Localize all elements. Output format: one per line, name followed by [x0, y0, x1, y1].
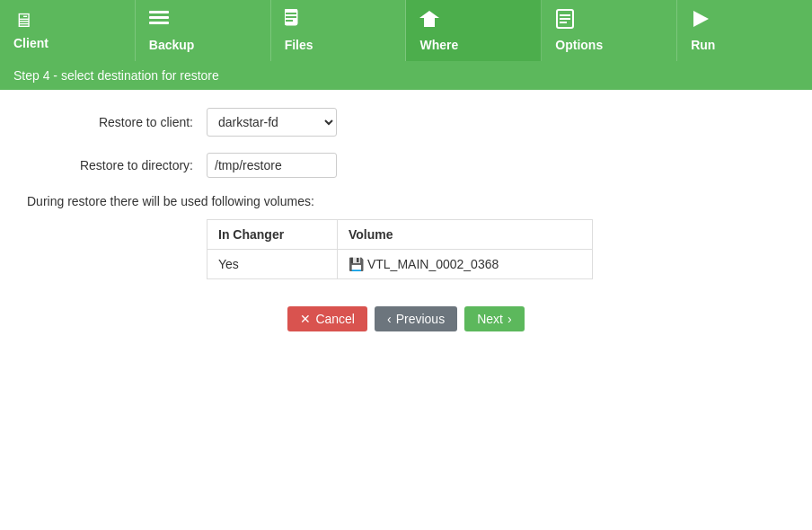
restore-client-label: Restore to client:	[27, 115, 207, 129]
restore-directory-input[interactable]	[207, 153, 337, 178]
svg-rect-6	[286, 20, 293, 22]
chevron-right-icon: ›	[508, 312, 512, 326]
volume-cell: 💾VTL_MAIN_0002_0368	[337, 250, 592, 279]
col-in-changer: In Changer	[207, 220, 338, 250]
tab-where[interactable]: Where	[406, 0, 542, 61]
volumes-table: In Changer Volume Yes 💾VTL_MAIN_0002_036…	[207, 219, 593, 279]
backup-icon	[149, 9, 169, 34]
next-button[interactable]: Next ›	[464, 306, 524, 331]
step-header: Step 4 - select destination for restore	[0, 61, 812, 90]
tab-client-label: Client	[13, 36, 49, 50]
volumes-section: During restore there will be used follow…	[27, 194, 785, 279]
tape-icon: 💾	[349, 257, 364, 271]
restore-client-row: Restore to client: darkstar-fd	[27, 108, 785, 137]
tab-options[interactable]: Options	[542, 0, 677, 61]
svg-rect-9	[560, 14, 570, 16]
svg-rect-10	[560, 18, 570, 20]
restore-client-select[interactable]: darkstar-fd	[207, 108, 337, 137]
tab-client[interactable]: 🖥 Client	[0, 0, 136, 61]
tab-run-label: Run	[691, 38, 715, 52]
restore-directory-row: Restore to directory:	[27, 153, 785, 178]
tab-backup[interactable]: Backup	[136, 0, 271, 61]
tab-run[interactable]: Run	[677, 0, 812, 61]
files-icon	[285, 9, 303, 34]
svg-rect-11	[560, 22, 567, 23]
svg-marker-12	[693, 11, 709, 27]
options-icon	[555, 9, 575, 34]
nav-tabs: 🖥 Client Backup Files Where Options Run	[0, 0, 812, 61]
previous-button[interactable]: ‹ Previous	[375, 306, 457, 331]
client-icon: 🖥	[13, 9, 33, 32]
table-row: Yes 💾VTL_MAIN_0002_0368	[207, 250, 593, 279]
col-volume: Volume	[337, 220, 592, 250]
svg-rect-4	[286, 13, 296, 14]
svg-rect-0	[149, 11, 169, 13]
button-row: ✕ Cancel ‹ Previous Next ›	[27, 306, 785, 331]
svg-marker-7	[419, 11, 439, 27]
run-icon	[691, 9, 710, 34]
cancel-icon: ✕	[300, 312, 311, 326]
cancel-button[interactable]: ✕ Cancel	[287, 306, 367, 331]
main-content: Restore to client: darkstar-fd Restore t…	[0, 90, 812, 530]
restore-directory-label: Restore to directory:	[27, 158, 207, 172]
tab-files[interactable]: Files	[271, 0, 407, 61]
in-changer-cell: Yes	[207, 250, 338, 279]
svg-rect-5	[286, 16, 296, 18]
where-icon	[419, 9, 439, 34]
volumes-note: During restore there will be used follow…	[27, 194, 785, 208]
tab-where-label: Where	[419, 38, 458, 52]
tab-options-label: Options	[555, 38, 603, 52]
tab-backup-label: Backup	[149, 38, 195, 52]
chevron-left-icon: ‹	[387, 312, 392, 326]
tab-files-label: Files	[285, 38, 313, 52]
svg-rect-2	[149, 22, 169, 24]
svg-rect-1	[149, 16, 169, 19]
